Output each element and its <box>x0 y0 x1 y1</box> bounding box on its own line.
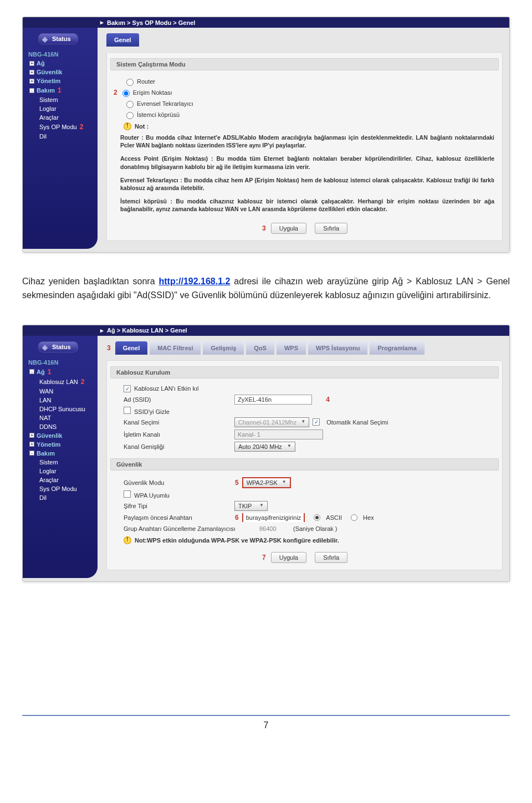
sidebar-item-kablosuzlan[interactable]: Kablosuz LAN 2 <box>23 377 98 387</box>
radio-erisim-label: Erişim Noktası <box>133 89 172 96</box>
group-key-timer-value: 86400 <box>257 524 290 533</box>
sidebar-item-dhcp[interactable]: DHCP Sunucusu <box>23 405 98 413</box>
reset-button[interactable]: Sıfırla <box>315 552 347 563</box>
sidebar-item-guvenlik[interactable]: +Güvenlik <box>23 431 98 440</box>
radio-row-erisim[interactable]: 2 Erişim Noktası <box>107 87 502 98</box>
radio-evrensel-label: Evrensel Tekrarlayıcı <box>137 100 193 107</box>
group-key-timer-unit: (Saniye Olarak ) <box>293 525 337 532</box>
radio-row-evrensel[interactable]: Evrensel Tekrarlayıcı <box>107 98 502 109</box>
sidebar-item-ddns[interactable]: DDNS <box>23 422 98 431</box>
sidebar-item-araclar[interactable]: Araçlar <box>23 113 98 122</box>
warning-icon <box>124 122 131 130</box>
auto-channel-label: Otomatik Kanal Seçimi <box>326 419 388 426</box>
security-mode-label: Güvenlik Modu <box>124 479 234 486</box>
channel-width-select[interactable]: Auto 20/40 MHz <box>234 442 295 452</box>
enable-wireless-label: Kablosuz LAN'ı Etkin kıl <box>134 385 198 392</box>
hide-ssid-label: SSID'yi Gizle <box>134 408 170 415</box>
tab-mac-filtresi[interactable]: MAC Filtresi <box>150 341 201 355</box>
sidebar-label-bakim: Bakım <box>37 450 55 457</box>
marker-1: 1 <box>48 368 52 376</box>
sidebar-item-yonetim[interactable]: +Yönetim <box>23 76 98 85</box>
tab-wps-istasyonu[interactable]: WPS İstasyonu <box>308 341 367 355</box>
sidebar-item-dil[interactable]: Dil <box>23 132 98 141</box>
radio-hex[interactable] <box>351 514 357 521</box>
row-group-key-timer: Grup Anahtarı Güncelleme Zamanlayıcısı 8… <box>107 523 502 534</box>
apply-button[interactable]: Uygula <box>271 552 306 563</box>
sidebar-item-guvenlik[interactable]: +Güvenlik <box>23 68 98 76</box>
reset-button[interactable]: Sıfırla <box>315 223 347 234</box>
panel-sysop: Sistem Çalıştırma Modu Router 2 Erişim N… <box>106 52 503 241</box>
marker-7: 7 <box>262 554 266 561</box>
note-router: Router : Bu modda cihaz Internet'e ADSL/… <box>107 131 502 152</box>
model-label: NBG-416N <box>23 356 98 367</box>
operating-channel-label: İşletim Kanalı <box>124 431 234 438</box>
note-row: Not : <box>107 120 502 131</box>
checkbox-wpa-compat[interactable] <box>124 490 131 498</box>
sidebar-item-bakim[interactable]: -Bakım 1 <box>23 85 98 95</box>
highlight-preshared-key: burayaşifrenizigiriniz <box>242 513 305 522</box>
radio-router[interactable] <box>126 79 134 86</box>
radio-ascii[interactable] <box>314 514 320 521</box>
cipher-type-select[interactable]: TKIP <box>234 501 268 511</box>
sidebar-label-guvenlik: Güvenlik <box>37 69 62 75</box>
tab-genel[interactable]: Genel <box>106 33 139 47</box>
tabs: 3 Genel MAC Filtresi Gelişmiş QoS WPS WP… <box>106 341 503 355</box>
row-preshared-key: Paylaşım öncesi Anahtarı 6 burayaşifreni… <box>107 512 502 523</box>
sidebar-item-sysop[interactable]: Sys OP Modu <box>23 484 98 493</box>
sidebar-label-kablosuzlan: Kablosuz LAN <box>39 379 78 385</box>
sidebar-item-nat[interactable]: NAT <box>23 413 98 422</box>
checkbox-enable-wireless[interactable]: ✓ <box>124 385 131 392</box>
radio-istemci[interactable] <box>126 112 134 119</box>
note-router-text: Router : Bu modda cihaz Internet'e ADSL/… <box>120 134 494 149</box>
sidebar-label-guvenlik: Güvenlik <box>37 432 62 439</box>
expand-icon: + <box>29 61 34 66</box>
preshared-key-input[interactable]: burayaşifrenizigiriniz <box>243 513 304 522</box>
ascii-label: ASCII <box>326 514 342 521</box>
status-button[interactable]: Status <box>38 341 78 352</box>
breadcrumb-tri-icon: ▸ <box>100 327 104 334</box>
radio-erisim[interactable] <box>122 90 130 97</box>
sidebar-item-ag[interactable]: -Ağ 1 <box>23 367 98 377</box>
sidebar-item-sistem[interactable]: Sistem <box>23 95 98 104</box>
tab-wps[interactable]: WPS <box>277 341 306 355</box>
page-number: 7 <box>264 720 269 730</box>
radio-row-istemci[interactable]: İstemci köprüsü <box>107 109 502 120</box>
tab-programlama[interactable]: Programlama <box>370 341 424 355</box>
panel-wireless: Kablosuz Kurulum ✓Kablosuz LAN'ı Etkin k… <box>106 360 503 570</box>
tab-genel[interactable]: Genel <box>115 341 148 355</box>
sidebar-item-dil[interactable]: Dil <box>23 493 98 502</box>
sidebar-item-sistem[interactable]: Sistem <box>23 458 98 467</box>
section-security: Güvenlik <box>110 458 499 470</box>
row-wpa-compat: WPA Uyumlu <box>107 489 502 500</box>
row-hide-ssid: SSID'yi Gizle <box>107 406 502 416</box>
row-channel-select: Kanal Seçimi Channel-01 2412Mhz ✓Otomati… <box>107 416 502 428</box>
login-url-link[interactable]: http://192.168.1.2 <box>158 277 230 286</box>
sidebar-item-wan[interactable]: WAN <box>23 387 98 396</box>
radio-evrensel[interactable] <box>126 101 134 108</box>
marker-4: 4 <box>326 396 330 403</box>
sidebar-item-lan[interactable]: LAN <box>23 396 98 405</box>
sidebar-item-ag[interactable]: +Ağ <box>23 59 98 68</box>
sidebar-item-araclar[interactable]: Araçlar <box>23 475 98 484</box>
tab-gelismis[interactable]: Gelişmiş <box>203 341 244 355</box>
expand-icon: + <box>29 433 34 438</box>
radio-row-router[interactable]: Router <box>107 76 502 87</box>
collapse-icon: - <box>29 88 34 93</box>
sidebar-item-sysop[interactable]: Sys OP Modu 2 <box>23 122 98 132</box>
checkbox-auto-channel[interactable]: ✓ <box>313 418 320 426</box>
paragraph-prefix: Cihaz yeniden başladıktan sonra <box>22 277 158 286</box>
checkbox-hide-ssid[interactable] <box>124 407 131 414</box>
breadcrumb-text: Bakım > Sys OP Modu > Genel <box>107 19 195 26</box>
sidebar-item-loglar[interactable]: Loglar <box>23 104 98 113</box>
preshared-key-label: Paylaşım öncesi Anahtarı <box>124 514 234 521</box>
ssid-input[interactable]: ZyXEL-416n <box>234 395 312 405</box>
tab-qos[interactable]: QoS <box>246 341 274 355</box>
sidebar-item-loglar[interactable]: Loglar <box>23 467 98 475</box>
sidebar-item-yonetim[interactable]: +Yönetim <box>23 440 98 449</box>
sidebar-item-bakim[interactable]: -Bakım <box>23 449 98 458</box>
channel-select[interactable]: Channel-01 2412Mhz <box>234 417 309 427</box>
status-button[interactable]: Status <box>38 33 78 44</box>
security-mode-select[interactable]: WPA2-PSK <box>243 478 290 487</box>
apply-button[interactable]: Uygula <box>271 223 306 234</box>
marker-2b: 2 <box>80 123 84 131</box>
